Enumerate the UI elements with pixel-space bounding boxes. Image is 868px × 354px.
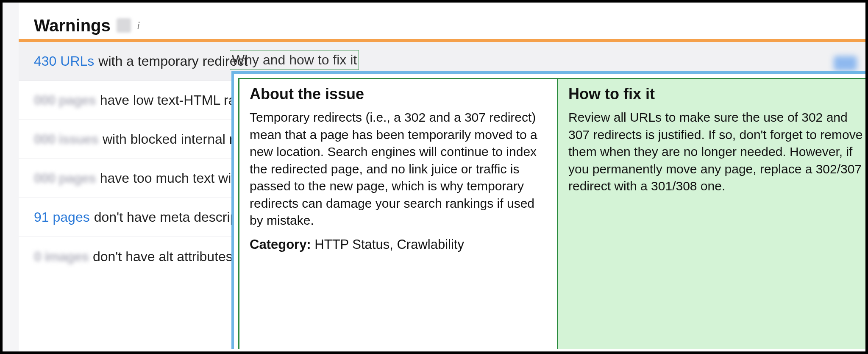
about-title: About the issue	[250, 85, 547, 103]
redacted-count: 000 issues	[34, 131, 98, 147]
fix-title: How to fix it	[568, 85, 864, 103]
redacted-action	[834, 56, 857, 71]
info-icon[interactable]: i	[137, 20, 140, 31]
section-title: Warnings	[34, 16, 111, 35]
why-link-label[interactable]: Why and how to fix it	[232, 52, 357, 67]
issue-popover: About the issue Temporary redirects (i.e…	[231, 71, 868, 349]
left-gutter	[3, 3, 19, 351]
why-link-highlight[interactable]: Why and how to fix it	[230, 50, 359, 70]
accent-bar	[19, 39, 865, 42]
redacted-count: 000 pages	[34, 92, 96, 108]
redacted-count: 0 images	[34, 249, 89, 265]
about-pane: About the issue Temporary redirects (i.e…	[239, 79, 557, 349]
fix-pane: How to fix it Review all URLs to make su…	[557, 79, 868, 349]
category-value: HTTP Status, Crawlability	[314, 237, 464, 252]
issue-count-link[interactable]: 430 URLs	[34, 53, 94, 69]
fix-body: Review all URLs to make sure the use of …	[568, 109, 864, 195]
issue-text: have too much text within	[100, 170, 253, 186]
issue-text: with a temporary redirect	[98, 53, 248, 69]
category-label: Category:	[250, 237, 311, 252]
redacted-count: 000 pages	[34, 170, 96, 186]
category-line: Category: HTTP Status, Crawlability	[250, 237, 547, 252]
section-header: Warnings i	[19, 3, 865, 39]
issue-text: don't have alt attributes	[93, 249, 233, 265]
issue-count-link[interactable]: 91 pages	[34, 209, 90, 225]
content-area: Warnings i 430 URLs with a temporary red…	[19, 3, 865, 351]
issue-popover-inner: About the issue Temporary redirects (i.e…	[238, 78, 868, 349]
issue-text: have low text-HTML ratio	[100, 92, 250, 108]
redacted-chip	[117, 18, 131, 33]
about-body: Temporary redirects (i.e., a 302 and a 3…	[250, 109, 547, 229]
